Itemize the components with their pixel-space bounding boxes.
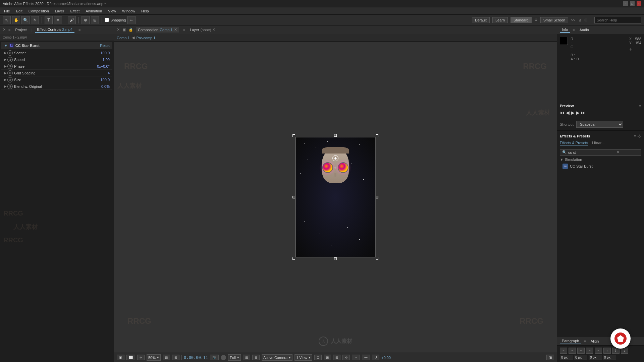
align-center-btn[interactable]: ≡ [569,348,576,354]
workspace-small[interactable]: Small Screen [540,17,568,23]
view-btn3[interactable]: ⊟ [333,355,340,360]
jump-end-btn[interactable]: ⏭ [581,110,586,115]
minimize-button[interactable]: − [623,1,628,6]
play-btn[interactable]: ▶ [571,110,575,115]
tab-paragraph[interactable]: Paragraph [560,338,581,344]
panel-options-icon[interactable]: ≡ [8,28,10,32]
camera-dropdown[interactable]: Active Camera ▾ [262,354,292,361]
workspace-overflow[interactable]: >> [571,18,575,22]
indent-left-input[interactable] [560,355,573,360]
snapshot-btn[interactable]: 📷 [210,355,219,360]
effect-expand-icon[interactable]: ▼ [4,44,8,48]
tab-audio[interactable]: Audio [578,27,591,33]
zoom-dropdown[interactable]: 50% ▾ [147,354,161,361]
comp-close-icon[interactable]: ✕ [117,27,120,32]
menu-file[interactable]: File [1,8,13,14]
shortcut-select[interactable]: Spacebar [576,121,623,128]
comp-tab-comp1[interactable]: Composition Comp 1 ✕ [136,27,179,33]
ep-tab-effects[interactable]: Effects & Presets [560,141,588,145]
menu-effect[interactable]: Effect [67,8,82,14]
menu-animation[interactable]: Animation [83,8,105,14]
layer-tab-close[interactable]: ✕ [212,27,215,32]
view-btn4[interactable]: ⊹ [342,355,350,360]
paragraph-menu-icon[interactable]: ≡ [584,339,586,343]
effect-reset-btn[interactable]: Reset [100,44,110,48]
menu-help[interactable]: Help [139,8,152,14]
menu-window[interactable]: Window [119,8,138,14]
menu-composition[interactable]: Composition [26,8,52,14]
region-btn[interactable]: ⬜ [126,355,135,360]
view-btn5[interactable]: ↔ [352,355,360,360]
justify-btn[interactable]: ≡ [586,348,593,354]
workspace-extra[interactable]: ⊞ [584,18,587,22]
handle-mt[interactable] [334,134,337,137]
blend-value[interactable]: 0.0% [101,84,110,88]
workspace-settings[interactable]: ⚙ [534,18,538,22]
size-value[interactable]: 100.0 [100,78,110,82]
fit2-btn[interactable]: ⊞ [172,355,179,360]
step-fwd-btn[interactable]: ▶ [576,110,580,115]
info-menu-icon[interactable]: ≡ [573,28,575,32]
record-button[interactable] [610,328,631,349]
handle-tr[interactable] [376,134,378,137]
scatter-expand[interactable]: ▶ [4,51,7,55]
phase-expand[interactable]: ▶ [4,64,7,68]
step-back-btn[interactable]: ◀ [566,110,570,115]
align-btn[interactable]: ⇔ [127,16,136,24]
ep-extra-icon[interactable]: ⊹ [637,133,641,139]
view-btn1[interactable]: ⊡ [314,355,322,360]
speed-expand[interactable]: ▶ [4,58,7,61]
tab-project[interactable]: Project [13,27,29,33]
phase-value[interactable]: 0x+0.0° [97,64,110,68]
color-btn[interactable] [221,355,226,360]
workspace-learn[interactable]: Learn [492,17,508,23]
ep-menu-icon[interactable]: ≡ [634,133,636,139]
quality-btn2[interactable]: ⊟ [243,355,250,360]
space-after-input[interactable] [603,355,616,360]
quality-btn3[interactable]: ⊞ [252,355,260,360]
type-tool[interactable]: T [45,16,53,24]
zoom-tool[interactable]: 🔍 [21,16,30,24]
comp-tab-layer[interactable]: Layer (none) ✕ [188,27,217,33]
handle-ml[interactable] [292,196,295,198]
blend-expand[interactable]: ▶ [4,84,7,88]
workspace-standard[interactable]: Standard [511,17,532,23]
handle-mb[interactable] [334,257,337,260]
search-input[interactable] [594,17,641,23]
handle-bl[interactable] [292,257,295,260]
ep-simulation-expand[interactable]: ▼ [560,158,564,162]
pen-tool[interactable]: ✒ [54,16,62,24]
plus-icon[interactable]: + [629,46,632,52]
roto-tool[interactable]: ⊕ [82,16,90,24]
maximize-button[interactable]: □ [630,1,635,6]
ep-search-input[interactable] [568,150,615,155]
jump-start-btn[interactable]: ⏮ [560,110,565,115]
handle-br[interactable] [376,257,378,260]
quality-dropdown[interactable]: Full ▾ [228,354,241,361]
fit-btn[interactable]: ⊡ [163,355,170,360]
breadcrumb-comp1[interactable]: Comp 1 [117,36,130,40]
preview-menu-icon[interactable]: ≡ [639,104,641,108]
vertical-align-mid-btn[interactable]: ⇕ [612,348,620,354]
menu-view[interactable]: View [105,8,119,14]
ep-tab-libraries[interactable]: Librari... [592,141,605,145]
comp-tab-close[interactable]: ✕ [174,27,177,32]
grid-spacing-value[interactable]: 4 [108,71,110,75]
menu-edit[interactable]: Edit [13,8,25,14]
brush-tool[interactable]: 🖌 [68,16,76,24]
size-expand[interactable]: ▶ [4,78,7,81]
snapping-checkbox[interactable] [105,18,109,22]
tab-info[interactable]: Info [560,27,570,33]
indent-right-input[interactable] [574,355,587,360]
selection-tool[interactable]: ↖ [3,16,11,24]
view-btn7[interactable]: ↺ [372,355,379,360]
workspace-default[interactable]: Default [472,17,490,23]
close-button[interactable]: × [637,1,641,6]
views-dropdown[interactable]: 1 View ▾ [294,354,312,361]
justify-all-btn[interactable]: ≡ [595,348,602,354]
handle-mr[interactable] [376,196,378,198]
scatter-value[interactable]: 100.0 [100,51,110,55]
comp-menu-icon[interactable]: ≡ [183,28,185,32]
handle-tl[interactable] [292,134,295,137]
viewer-extra-btn[interactable]: ◨ [546,355,554,360]
